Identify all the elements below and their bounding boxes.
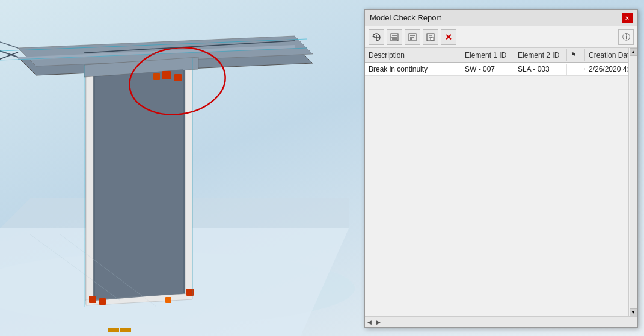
report-table: Description Element 1 ID Element 2 ID ⚑ … bbox=[365, 48, 637, 316]
scroll-up-button[interactable]: ▲ bbox=[630, 48, 637, 56]
col-header-flag[interactable]: ⚑ bbox=[567, 49, 585, 61]
svg-rect-21 bbox=[99, 298, 106, 305]
scroll-right-button[interactable]: ▶ bbox=[376, 319, 381, 325]
cell-description: Break in continuity bbox=[365, 64, 461, 75]
panel-title: Model Check Report bbox=[370, 13, 441, 22]
panel-titlebar: Model Check Report × bbox=[365, 10, 637, 26]
svg-rect-18 bbox=[174, 74, 182, 81]
svg-line-6 bbox=[0, 51, 18, 57]
svg-rect-20 bbox=[89, 296, 96, 303]
table-body: Break in continuity SW - 007 SLA - 003 2… bbox=[365, 63, 637, 316]
table-header: Description Element 1 ID Element 2 ID ⚑ … bbox=[365, 48, 637, 63]
table-row[interactable]: Break in continuity SW - 007 SLA - 003 2… bbox=[365, 63, 637, 76]
close-button[interactable]: × bbox=[622, 13, 633, 23]
filter1-button[interactable] bbox=[387, 29, 402, 45]
panel-toolbar: ✕ ⓘ bbox=[365, 26, 637, 48]
svg-rect-23 bbox=[165, 297, 171, 303]
report-panel: Model Check Report × bbox=[364, 9, 638, 328]
cell-element1: SW - 007 bbox=[461, 64, 514, 75]
refresh-button[interactable] bbox=[369, 29, 384, 45]
svg-rect-19 bbox=[153, 73, 160, 80]
vertical-scrollbar[interactable]: ▲ ▼ bbox=[628, 48, 637, 316]
filter2-button[interactable] bbox=[405, 29, 420, 45]
panel-bottom-bar: ◀ ▶ bbox=[365, 316, 637, 327]
svg-rect-29 bbox=[120, 328, 131, 332]
svg-marker-12 bbox=[185, 62, 192, 296]
scroll-down-button[interactable]: ▼ bbox=[630, 308, 637, 316]
col-header-element1[interactable]: Element 1 ID bbox=[461, 49, 514, 61]
cell-flag bbox=[567, 68, 585, 70]
scroll-left-button[interactable]: ◀ bbox=[367, 319, 372, 325]
svg-rect-28 bbox=[108, 328, 119, 332]
col-header-description[interactable]: Description bbox=[365, 49, 461, 61]
info-button[interactable]: ⓘ bbox=[618, 29, 634, 45]
cell-element2: SLA - 003 bbox=[514, 64, 567, 75]
export-button[interactable] bbox=[423, 29, 438, 45]
svg-rect-17 bbox=[162, 71, 171, 79]
svg-marker-11 bbox=[86, 70, 93, 304]
svg-rect-47 bbox=[431, 38, 434, 40]
col-header-element2[interactable]: Element 2 ID bbox=[514, 49, 567, 61]
delete-button[interactable]: ✕ bbox=[441, 29, 456, 45]
svg-line-7 bbox=[0, 42, 18, 48]
